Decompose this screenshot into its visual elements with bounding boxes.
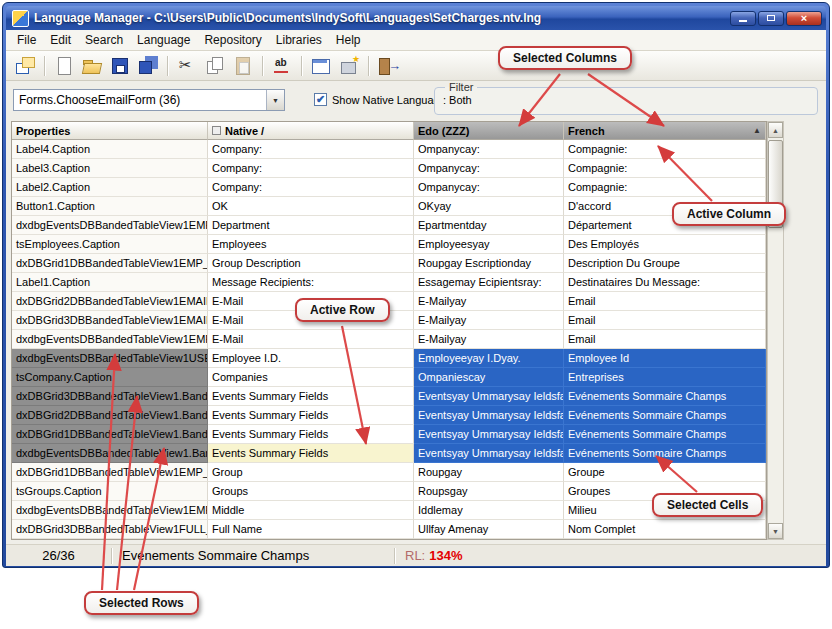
close-button[interactable]: × bbox=[786, 11, 822, 26]
exit-button[interactable] bbox=[375, 53, 401, 79]
grid-cell[interactable]: Evénements Sommaire Champs bbox=[564, 406, 766, 425]
grid-cell[interactable]: Middle bbox=[208, 501, 414, 520]
grid-cell[interactable]: Company: bbox=[208, 178, 414, 197]
grid-cell[interactable]: Destinataires Du Message: bbox=[564, 273, 766, 292]
grid-cell[interactable]: tsCompany.Caption bbox=[12, 368, 208, 387]
menu-repository[interactable]: Repository bbox=[197, 31, 268, 49]
grid-cell[interactable]: Iddlemay bbox=[414, 501, 564, 520]
grid-cell[interactable]: Employeesyay bbox=[414, 235, 564, 254]
grid-cell[interactable]: Company: bbox=[208, 140, 414, 159]
title-bar[interactable]: Language Manager - C:\Users\Public\Docum… bbox=[6, 6, 826, 30]
new-file-button[interactable] bbox=[51, 53, 77, 79]
menu-edit[interactable]: Edit bbox=[43, 31, 78, 49]
grid-cell[interactable]: dxDBGrid2DBBandedTableView1.Bands bbox=[12, 406, 208, 425]
grid-cell[interactable]: Des Employés bbox=[564, 235, 766, 254]
grid-cell[interactable]: Ullfay Amenay bbox=[414, 520, 564, 539]
grid-cell[interactable]: Companies bbox=[208, 368, 414, 387]
grid-cell[interactable]: Essagemay Ecipientsray: bbox=[414, 273, 564, 292]
menu-libraries[interactable]: Libraries bbox=[269, 31, 329, 49]
menu-file[interactable]: File bbox=[10, 31, 43, 49]
form-view-button[interactable] bbox=[308, 53, 334, 79]
grid-cell[interactable]: Company: bbox=[208, 159, 414, 178]
grid-cell[interactable]: tsEmployees.Caption bbox=[12, 235, 208, 254]
grid-cell[interactable]: Nom Complet bbox=[564, 520, 766, 539]
grid-cell[interactable]: Evénements Sommaire Champs bbox=[564, 425, 766, 444]
column-header-native[interactable]: Native / bbox=[208, 122, 414, 140]
cut-button[interactable] bbox=[174, 53, 200, 79]
grid-cell[interactable]: Compagnie: bbox=[564, 178, 766, 197]
grid-cell[interactable]: Compagnie: bbox=[564, 159, 766, 178]
grid-cell[interactable]: Events Summary Fields bbox=[208, 444, 414, 463]
grid-cell[interactable]: dxdbgEventsDBBandedTableView1USEF bbox=[12, 349, 208, 368]
save-all-button[interactable] bbox=[135, 53, 161, 79]
grid-cell[interactable]: Description Du Groupe bbox=[564, 254, 766, 273]
open-file-button[interactable] bbox=[79, 53, 105, 79]
grid-cell[interactable]: Entreprises bbox=[564, 368, 766, 387]
grid-cell[interactable]: Roupgay Escriptionday bbox=[414, 254, 564, 273]
show-native-checkbox[interactable]: ✔ Show Native Language bbox=[314, 93, 446, 106]
menu-help[interactable]: Help bbox=[329, 31, 368, 49]
grid-cell[interactable]: Email bbox=[564, 330, 766, 349]
grid-cell[interactable]: Eventsyay Ummarysay Ieldsfa bbox=[414, 387, 564, 406]
dropdown-arrow-icon[interactable]: ▼ bbox=[266, 90, 284, 110]
grid-cell[interactable]: Groupe bbox=[564, 463, 766, 482]
grid-cell[interactable]: Button1.Caption bbox=[12, 197, 208, 216]
grid-cell[interactable]: dxDBGrid1DBBandedTableView1EMP_G bbox=[12, 254, 208, 273]
grid-cell[interactable]: Ompanycay: bbox=[414, 178, 564, 197]
new-language-button[interactable] bbox=[12, 53, 38, 79]
grid-cell[interactable]: Roupsgay bbox=[414, 482, 564, 501]
column-header-properties[interactable]: Properties bbox=[12, 122, 208, 140]
grid-cell[interactable]: Evénements Sommaire Champs bbox=[564, 444, 766, 463]
grid-cell[interactable]: E-Mail bbox=[208, 330, 414, 349]
menu-language[interactable]: Language bbox=[130, 31, 197, 49]
grid-cell[interactable]: Label3.Caption bbox=[12, 159, 208, 178]
copy-button[interactable] bbox=[202, 53, 228, 79]
grid-cell[interactable]: Events Summary Fields bbox=[208, 387, 414, 406]
grid-cell[interactable]: Eventsyay Ummarysay Ieldsfa bbox=[414, 444, 564, 463]
repository-button[interactable] bbox=[336, 53, 362, 79]
column-header-edo[interactable]: Edo (ZZZ) bbox=[414, 122, 564, 140]
grid-cell[interactable]: Events Summary Fields bbox=[208, 406, 414, 425]
grid-cell[interactable]: dxDBGrid3DBBandedTableView1.Bands bbox=[12, 387, 208, 406]
grid-cell[interactable]: dxDBGrid3DBBandedTableView1EMAIL1 bbox=[12, 311, 208, 330]
grid-cell[interactable]: Compagnie: bbox=[564, 140, 766, 159]
grid-cell[interactable]: Email bbox=[564, 311, 766, 330]
grid-cell[interactable]: E-Mailyay bbox=[414, 311, 564, 330]
grid-cell[interactable]: Groups bbox=[208, 482, 414, 501]
grid-cell[interactable]: Department bbox=[208, 216, 414, 235]
grid-cell[interactable]: Ompaniescay bbox=[414, 368, 564, 387]
grid-cell[interactable]: Eventsyay Ummarysay Ieldsfa bbox=[414, 425, 564, 444]
auto-translate-button[interactable] bbox=[269, 53, 295, 79]
grid-cell[interactable]: Employee I.D. bbox=[208, 349, 414, 368]
vertical-scrollbar[interactable]: ▲ ▼ bbox=[767, 121, 784, 540]
grid-cell[interactable]: dxDBGrid3DBBandedTableView1FULL_1 bbox=[12, 520, 208, 539]
grid-cell[interactable]: dxDBGrid1DBBandedTableView1.Bands bbox=[12, 425, 208, 444]
grid-cell[interactable]: Label1.Caption bbox=[12, 273, 208, 292]
grid-cell[interactable]: Eventsyay Ummarysay Ieldsfa bbox=[414, 406, 564, 425]
scroll-down-button[interactable]: ▼ bbox=[768, 523, 783, 539]
grid-cell[interactable]: Ompanycay: bbox=[414, 159, 564, 178]
grid-cell[interactable]: dxdbgEventsDBBandedTableView1EMP_ bbox=[12, 216, 208, 235]
grid-cell[interactable]: Employeeyay I.Dyay. bbox=[414, 349, 564, 368]
menu-search[interactable]: Search bbox=[78, 31, 130, 49]
grid-cell[interactable]: Group Description bbox=[208, 254, 414, 273]
grid-cell[interactable]: dxdbgEventsDBBandedTableView1.Ban bbox=[12, 444, 208, 463]
grid-cell[interactable]: E-Mailyay bbox=[414, 330, 564, 349]
grid-cell[interactable]: Events Summary Fields bbox=[208, 425, 414, 444]
grid-cell[interactable]: OK bbox=[208, 197, 414, 216]
form-selector[interactable]: Forms.ChooseEmailForm (36) ▼ bbox=[13, 89, 285, 111]
scroll-up-button[interactable]: ▲ bbox=[768, 122, 783, 138]
filter-value[interactable]: : Both bbox=[443, 94, 472, 106]
grid-cell[interactable]: Epartmentday bbox=[414, 216, 564, 235]
grid-cell[interactable]: OKyay bbox=[414, 197, 564, 216]
grid-cell[interactable]: Label2.Caption bbox=[12, 178, 208, 197]
grid-cell[interactable]: Group bbox=[208, 463, 414, 482]
grid-cell[interactable]: Message Recipients: bbox=[208, 273, 414, 292]
save-file-button[interactable] bbox=[107, 53, 133, 79]
grid-cell[interactable]: dxDBGrid2DBBandedTableView1EMAIL1 bbox=[12, 292, 208, 311]
paste-button[interactable] bbox=[230, 53, 256, 79]
grid-cell[interactable]: Employee Id bbox=[564, 349, 766, 368]
grid-cell[interactable]: Label4.Caption bbox=[12, 140, 208, 159]
grid-cell[interactable]: Ompanycay: bbox=[414, 140, 564, 159]
grid-cell[interactable]: Employees bbox=[208, 235, 414, 254]
